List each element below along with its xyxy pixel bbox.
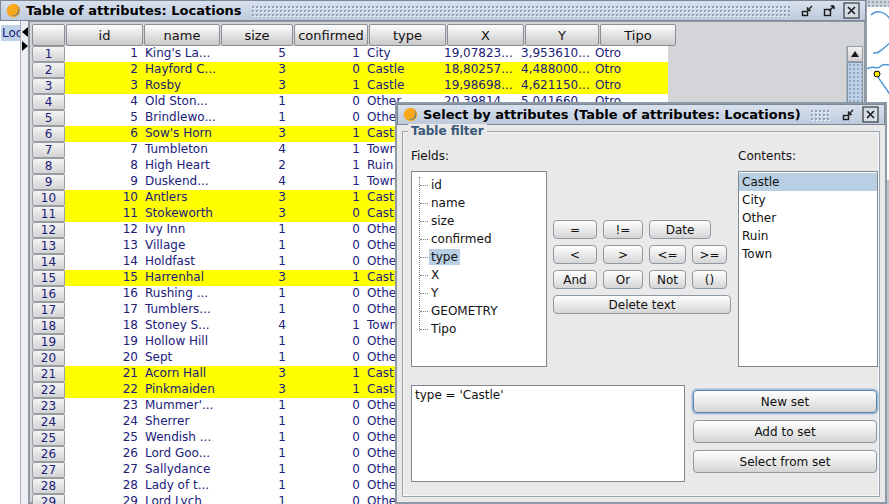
cell-id[interactable]: 3 xyxy=(65,78,142,94)
row-number[interactable]: 22 xyxy=(32,382,65,398)
cell-name[interactable]: Old Ston... xyxy=(142,94,218,110)
cell-name[interactable]: Hollow Hill xyxy=(142,334,218,350)
row-number[interactable]: 29 xyxy=(32,494,65,504)
field-item-id[interactable]: id xyxy=(412,176,546,194)
add-to-set-button[interactable]: Add to set xyxy=(693,420,877,443)
cell-name[interactable]: Duskend... xyxy=(142,174,218,190)
cell-confirmed[interactable]: 0 xyxy=(290,414,364,430)
row-number[interactable]: 4 xyxy=(32,94,65,110)
cell-size[interactable]: 1 xyxy=(218,334,290,350)
cell-id[interactable]: 2 xyxy=(65,62,142,78)
cell-id[interactable]: 6 xyxy=(65,126,142,142)
cell-size[interactable]: 1 xyxy=(218,350,290,366)
cell-name[interactable]: Lord Lych xyxy=(142,494,218,504)
cell-confirmed[interactable]: 1 xyxy=(290,126,364,142)
cell-name[interactable]: Tumbleton xyxy=(142,142,218,158)
column-header-x[interactable]: X xyxy=(447,24,524,46)
cell-name[interactable]: Sow's Horn xyxy=(142,126,218,142)
dialog-titlebar[interactable]: Select by attributes (Table of attribute… xyxy=(397,104,885,125)
operator-button-less-than[interactable]: < xyxy=(553,245,597,264)
cell-size[interactable]: 1 xyxy=(218,110,290,126)
row-number[interactable]: 23 xyxy=(32,398,65,414)
cell-confirmed[interactable]: 0 xyxy=(290,494,364,504)
table-window-titlebar[interactable]: Table of attributes: Locations xyxy=(0,0,866,21)
cell-id[interactable]: 4 xyxy=(65,94,142,110)
column-header-confirmed[interactable]: confirmed xyxy=(294,24,368,46)
cell-name[interactable]: Stokeworth xyxy=(142,206,218,222)
field-item-geometry[interactable]: GEOMETRY xyxy=(412,302,546,320)
cell-size[interactable]: 3 xyxy=(218,62,290,78)
cell-confirmed[interactable]: 0 xyxy=(290,238,364,254)
cell-size[interactable]: 4 xyxy=(218,142,290,158)
cell-id[interactable]: 10 xyxy=(65,190,142,206)
row-number[interactable]: 17 xyxy=(32,302,65,318)
expression-textarea[interactable]: type = 'Castle' xyxy=(411,385,685,482)
column-header-tipo[interactable]: Tipo xyxy=(600,24,676,46)
table-row[interactable]: 33Rosby31Castle19,98698...4,621150...Otr… xyxy=(32,78,668,94)
column-header-rownum[interactable] xyxy=(32,24,65,46)
cell-id[interactable]: 19 xyxy=(65,334,142,350)
cell-size[interactable]: 1 xyxy=(218,302,290,318)
row-number[interactable]: 8 xyxy=(32,158,65,174)
cell-size[interactable]: 1 xyxy=(218,286,290,302)
restore-window-icon[interactable] xyxy=(799,2,816,19)
cell-id[interactable]: 18 xyxy=(65,318,142,334)
cell-confirmed[interactable]: 0 xyxy=(290,110,364,126)
cell-name[interactable]: Ivy Inn xyxy=(142,222,218,238)
cell-id[interactable]: 16 xyxy=(65,286,142,302)
splitpane-divider[interactable] xyxy=(20,21,28,504)
cell-confirmed[interactable]: 0 xyxy=(290,206,364,222)
row-number[interactable]: 25 xyxy=(32,430,65,446)
close-window-icon[interactable] xyxy=(862,106,879,123)
row-number[interactable]: 6 xyxy=(32,126,65,142)
operator-button-parentheses[interactable]: () xyxy=(692,270,727,289)
row-number[interactable]: 13 xyxy=(32,238,65,254)
cell-name[interactable]: Sherrer xyxy=(142,414,218,430)
cell-size[interactable]: 1 xyxy=(218,254,290,270)
cell-id[interactable]: 9 xyxy=(65,174,142,190)
cell-size[interactable]: 1 xyxy=(218,222,290,238)
content-item-city[interactable]: City xyxy=(739,191,877,209)
row-number[interactable]: 26 xyxy=(32,446,65,462)
cell-confirmed[interactable]: 0 xyxy=(290,62,364,78)
cell-y[interactable]: 4,621150... xyxy=(518,78,592,94)
row-number[interactable]: 5 xyxy=(32,110,65,126)
field-item-x[interactable]: X xyxy=(412,266,546,284)
row-number[interactable]: 1 xyxy=(32,46,65,62)
cell-size[interactable]: 1 xyxy=(218,446,290,462)
cell-confirmed[interactable]: 1 xyxy=(290,46,364,62)
row-number[interactable]: 16 xyxy=(32,286,65,302)
cell-type[interactable]: Castle xyxy=(364,62,441,78)
row-number[interactable]: 18 xyxy=(32,318,65,334)
cell-size[interactable]: 1 xyxy=(218,238,290,254)
cell-id[interactable]: 13 xyxy=(65,238,142,254)
row-number[interactable]: 28 xyxy=(32,478,65,494)
cell-size[interactable]: 5 xyxy=(218,46,290,62)
cell-name[interactable]: Tumblers... xyxy=(142,302,218,318)
cell-confirmed[interactable]: 0 xyxy=(290,446,364,462)
cell-id[interactable]: 22 xyxy=(65,382,142,398)
cell-size[interactable]: 1 xyxy=(218,494,290,504)
content-item-other[interactable]: Other xyxy=(739,209,877,227)
row-number[interactable]: 15 xyxy=(32,270,65,286)
operator-button-less-equal[interactable]: <= xyxy=(649,245,686,264)
cell-name[interactable]: Mummer'... xyxy=(142,398,218,414)
close-window-icon[interactable] xyxy=(843,2,860,19)
cell-confirmed[interactable]: 1 xyxy=(290,158,364,174)
row-number[interactable]: 14 xyxy=(32,254,65,270)
row-number[interactable]: 19 xyxy=(32,334,65,350)
row-number[interactable]: 21 xyxy=(32,366,65,382)
cell-name[interactable]: Holdfast xyxy=(142,254,218,270)
cell-name[interactable]: Antlers xyxy=(142,190,218,206)
cell-id[interactable]: 5 xyxy=(65,110,142,126)
cell-id[interactable]: 25 xyxy=(65,430,142,446)
cell-name[interactable]: Rushing ... xyxy=(142,286,218,302)
cell-id[interactable]: 17 xyxy=(65,302,142,318)
cell-id[interactable]: 21 xyxy=(65,366,142,382)
field-item-y[interactable]: Y xyxy=(412,284,546,302)
operator-button-not[interactable]: Not xyxy=(649,270,686,289)
cell-id[interactable]: 1 xyxy=(65,46,142,62)
cell-size[interactable]: 3 xyxy=(218,382,290,398)
cell-size[interactable]: 2 xyxy=(218,158,290,174)
field-item-size[interactable]: size xyxy=(412,212,546,230)
